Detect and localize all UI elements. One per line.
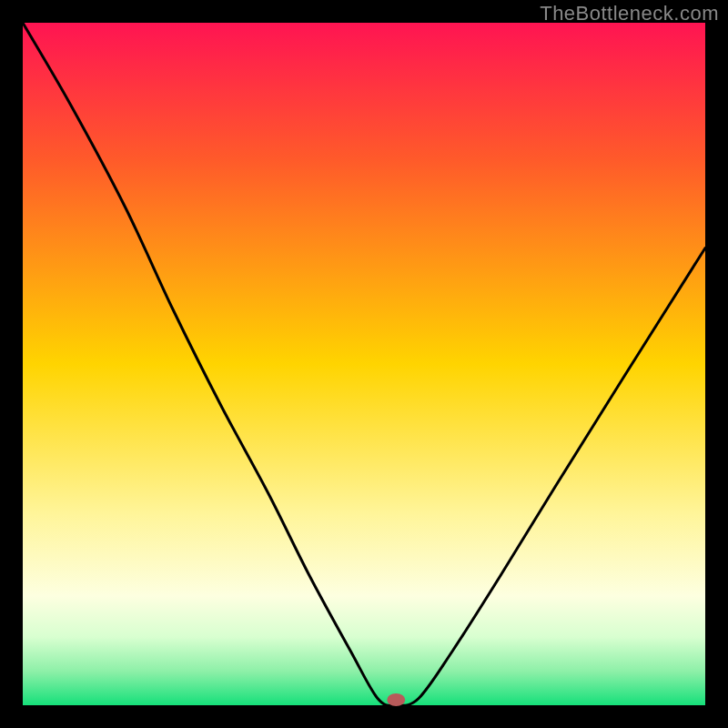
optimal-point-marker (387, 693, 405, 706)
bottleneck-chart (0, 0, 728, 728)
watermark-text: TheBottleneck.com (540, 2, 719, 25)
chart-frame: TheBottleneck.com (0, 0, 728, 728)
plot-background (23, 23, 705, 705)
